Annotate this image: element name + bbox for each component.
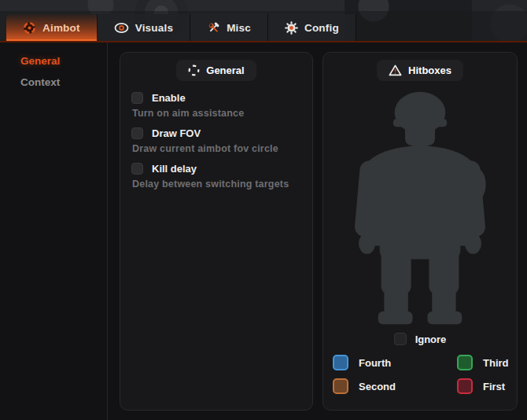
- tab-label: Misc: [227, 22, 251, 34]
- panel-title-text: Hitboxes: [408, 64, 451, 76]
- hitbox-priority-legend: Fourth Third Second First: [323, 345, 517, 394]
- option-description: Draw current aimbot fov circle: [132, 143, 301, 154]
- option-enable[interactable]: Enable: [131, 92, 301, 104]
- option-label: Kill delay: [152, 163, 197, 175]
- hitbox-figure-area[interactable]: [323, 87, 517, 326]
- enable-checkbox[interactable]: [131, 92, 143, 104]
- legend-label: Fourth: [359, 357, 391, 369]
- ignore-checkbox[interactable]: [394, 333, 407, 345]
- hitboxes-panel: Hitboxes: [322, 52, 518, 411]
- crosshair-icon: [188, 64, 200, 76]
- tab-config[interactable]: Config: [268, 14, 356, 41]
- general-options: Enable Turn on aim assistance Draw FOV D…: [120, 81, 312, 190]
- general-panel: General Enable Turn on aim assistance Dr…: [120, 52, 313, 411]
- option-description: Turn on aim assistance: [132, 108, 301, 119]
- aimbot-reticle-icon: [23, 21, 36, 35]
- tab-label: Aimbot: [42, 22, 80, 34]
- ignore-label: Ignore: [415, 333, 447, 345]
- tab-label: Config: [304, 22, 339, 34]
- soldier-silhouette: [337, 87, 503, 326]
- legend-label: First: [483, 381, 505, 392]
- tab-misc[interactable]: Misc: [190, 14, 268, 41]
- eye-icon: [114, 22, 129, 34]
- option-label: Enable: [152, 92, 186, 104]
- legend-label: Second: [359, 381, 396, 392]
- legend-item-second[interactable]: Second: [333, 378, 457, 394]
- tab-label: Visuals: [135, 22, 173, 34]
- gear-icon: [285, 21, 298, 35]
- sidebar: General Context: [0, 41, 108, 420]
- tab-bar: Aimbot Visuals: [6, 14, 356, 41]
- kill-delay-checkbox[interactable]: [131, 163, 143, 175]
- second-color-swatch[interactable]: [333, 378, 348, 394]
- first-color-swatch[interactable]: [457, 378, 473, 394]
- ignore-option[interactable]: Ignore: [323, 333, 517, 345]
- general-panel-title: General: [176, 60, 256, 81]
- draw-fov-checkbox[interactable]: [131, 127, 143, 139]
- sidebar-item-general[interactable]: General: [0, 50, 107, 72]
- third-color-swatch[interactable]: [457, 355, 473, 370]
- sidebar-item-context[interactable]: Context: [0, 72, 107, 93]
- legend-item-first[interactable]: First: [457, 378, 517, 394]
- tools-icon: [207, 21, 220, 35]
- tab-visuals[interactable]: Visuals: [98, 14, 190, 41]
- legend-item-third[interactable]: Third: [457, 355, 517, 370]
- option-kill-delay[interactable]: Kill delay: [131, 163, 301, 175]
- panel-title-text: General: [206, 64, 244, 76]
- option-description: Delay between switching targets: [132, 179, 301, 190]
- hitboxes-panel-title: Hitboxes: [377, 60, 463, 81]
- top-bar: Aimbot Visuals: [0, 0, 527, 42]
- fourth-color-swatch[interactable]: [333, 355, 348, 370]
- cheat-menu-window: Aimbot Visuals: [0, 0, 527, 420]
- option-draw-fov[interactable]: Draw FOV: [131, 127, 301, 139]
- option-label: Draw FOV: [152, 127, 201, 139]
- legend-label: Third: [483, 357, 509, 369]
- legend-item-fourth[interactable]: Fourth: [333, 355, 457, 370]
- tab-aimbot[interactable]: Aimbot: [6, 14, 98, 41]
- warning-triangle-icon: [389, 64, 402, 76]
